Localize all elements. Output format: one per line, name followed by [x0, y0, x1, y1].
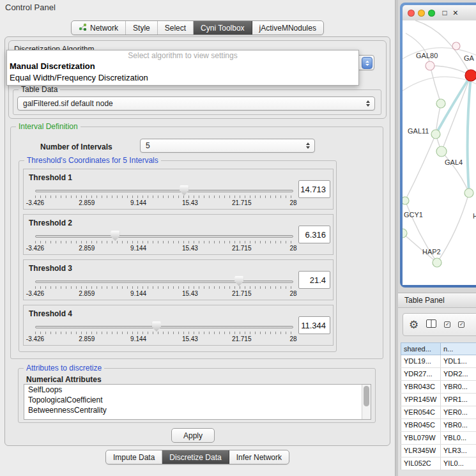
table-cell: YIL052C [401, 457, 441, 470]
table-row[interactable]: YBR043CYBR0... [401, 381, 476, 394]
tab-style[interactable]: Style [126, 21, 158, 35]
tab-select[interactable]: Select [158, 21, 194, 35]
network-node[interactable] [464, 188, 473, 197]
table-cell: YBR0... [441, 381, 476, 393]
node-table: shared... n... YDL19...YDL1...YDR27...YD… [401, 342, 476, 470]
table-row[interactable]: YDR27...YDR2... [401, 368, 476, 381]
slider-ticks [35, 286, 293, 289]
network-node-label: GCY1 [404, 211, 423, 219]
zoom-traffic-light-icon[interactable] [428, 10, 435, 17]
slider-ticks [35, 241, 293, 243]
table-cell: YDL1... [441, 355, 476, 367]
network-node[interactable] [431, 130, 440, 139]
network-canvas[interactable]: GAL80GAGAL11GAL4GCY1HHAP2 [403, 20, 476, 285]
combobox-arrows-button[interactable] [362, 57, 372, 69]
minimize-traffic-light-icon[interactable] [418, 10, 425, 17]
slider-track[interactable] [35, 235, 293, 238]
tick-label: 28 [289, 335, 296, 342]
network-node-label: H [473, 212, 476, 220]
table-data-combobox[interactable]: galFiltered.sif default node [17, 96, 375, 111]
table-cell: YLR3... [441, 445, 476, 457]
network-node[interactable] [436, 99, 445, 108]
table-row[interactable]: YBL079WYBL0... [401, 432, 476, 445]
select-none-checkbox-icon[interactable]: ✓ [458, 321, 464, 328]
table-row[interactable]: YBR045CYBR0... [401, 419, 476, 432]
network-node[interactable] [436, 146, 447, 157]
num-intervals-spinner[interactable]: 5 [140, 139, 315, 153]
close-window-icon[interactable]: × [453, 8, 458, 18]
tab-impute-data[interactable]: Impute Data [106, 450, 162, 464]
tab-jactivemnodules[interactable]: jActiveMNodules [252, 21, 323, 35]
network-edge[interactable] [468, 75, 471, 193]
threshold-value-field[interactable] [298, 271, 330, 289]
float-window-icon[interactable]: □ [443, 8, 447, 17]
network-node[interactable] [452, 42, 460, 50]
slider-track[interactable] [35, 190, 293, 192]
list-item[interactable]: SelfLoops [24, 385, 371, 395]
network-svg: GAL80GAGAL11GAL4GCY1HHAP2 [403, 20, 476, 285]
slider-ticks [35, 196, 293, 198]
num-intervals-value: 5 [146, 141, 150, 150]
gear-icon[interactable]: ⚙ [409, 319, 418, 330]
tab-label: Select [165, 24, 186, 33]
network-window-titlebar[interactable]: □ × [403, 5, 476, 20]
slider-thumb[interactable] [111, 231, 119, 241]
list-scrollbar[interactable] [362, 385, 371, 419]
apply-button[interactable]: Apply [171, 428, 215, 443]
network-node[interactable] [403, 197, 409, 204]
table-cell: YPR145W [401, 394, 441, 406]
slider-track[interactable] [35, 326, 293, 328]
threshold-value-field[interactable] [298, 226, 330, 243]
dropdown-option-manual[interactable]: Manual Discretization [7, 61, 358, 72]
table-row[interactable]: YLR345WYLR3... [401, 445, 476, 457]
network-edge[interactable] [441, 151, 469, 193]
network-node-label: GAL4 [445, 158, 463, 166]
slider-thumb[interactable] [152, 321, 161, 332]
threshold-slider: -3.426 2.859 9.144 15.43 21.715 28 [35, 186, 293, 209]
table-row[interactable]: YPR145WYPR1... [401, 394, 476, 406]
slider-thumb[interactable] [180, 185, 188, 196]
tick-label: 15.43 [182, 245, 198, 252]
tab-network[interactable]: Network [72, 21, 126, 35]
table-row[interactable]: YER054CYER0... [401, 406, 476, 419]
numerical-attributes-list[interactable]: SelfLoopsTopologicalCoefficientBetweenne… [24, 384, 371, 420]
slider-track[interactable] [35, 280, 293, 283]
slider-ticks [35, 332, 293, 334]
tick-label: 9.144 [130, 290, 146, 297]
scrollbar-thumb[interactable] [364, 386, 369, 406]
table-row[interactable]: YIL052CYIL0... [401, 457, 476, 470]
network-edge[interactable] [430, 66, 471, 75]
close-traffic-light-icon[interactable] [408, 10, 415, 17]
bottom-tabs: Impute Data Discretize Data Infer Networ… [105, 450, 289, 464]
network-node-label: GA [464, 54, 475, 62]
table-row[interactable]: YDL19...YDL1... [401, 355, 476, 368]
select-all-checkbox-icon[interactable]: ✓ [444, 321, 450, 328]
control-panel-tabs: Network Style Select Cyni Toolbox jActiv… [71, 20, 324, 35]
tab-discretize-data[interactable]: Discretize Data [162, 450, 229, 464]
tab-infer-network[interactable]: Infer Network [229, 450, 289, 464]
screenshot-root: Control Panel Network Style Select Cyni … [0, 0, 476, 476]
list-item[interactable]: TopologicalCoefficient [24, 395, 371, 405]
network-edge[interactable] [437, 193, 469, 263]
network-node-label: GAL80 [416, 52, 438, 59]
tick-label: 2.859 [79, 199, 95, 206]
threshold-value-field[interactable] [298, 180, 330, 198]
tab-cyni-toolbox[interactable]: Cyni Toolbox [194, 21, 252, 35]
list-item[interactable]: BetweennessCentrality [24, 405, 371, 415]
threshold-panel: Threshold 3 -3.426 2.859 9.144 15.43 21.… [23, 259, 334, 300]
columns-icon[interactable] [426, 319, 436, 330]
dropdown-option-equal-width[interactable]: Equal Width/Frequency Discretization [7, 72, 358, 84]
column-header-shared-name[interactable]: shared... [401, 342, 441, 355]
threshold-value-field[interactable] [298, 316, 330, 334]
network-node[interactable] [426, 61, 434, 70]
network-edge[interactable] [430, 66, 441, 104]
tick-label: 21.715 [232, 335, 252, 342]
threshold-panel: Threshold 2 -3.426 2.859 9.144 15.43 21.… [23, 214, 334, 255]
network-node[interactable] [465, 70, 476, 81]
slider-thumb[interactable] [234, 276, 243, 286]
network-node[interactable] [433, 258, 441, 267]
combo-arrows-icon [366, 100, 370, 107]
network-edge[interactable] [405, 134, 436, 201]
network-icon [79, 23, 87, 33]
column-header-name[interactable]: n... [441, 342, 476, 355]
